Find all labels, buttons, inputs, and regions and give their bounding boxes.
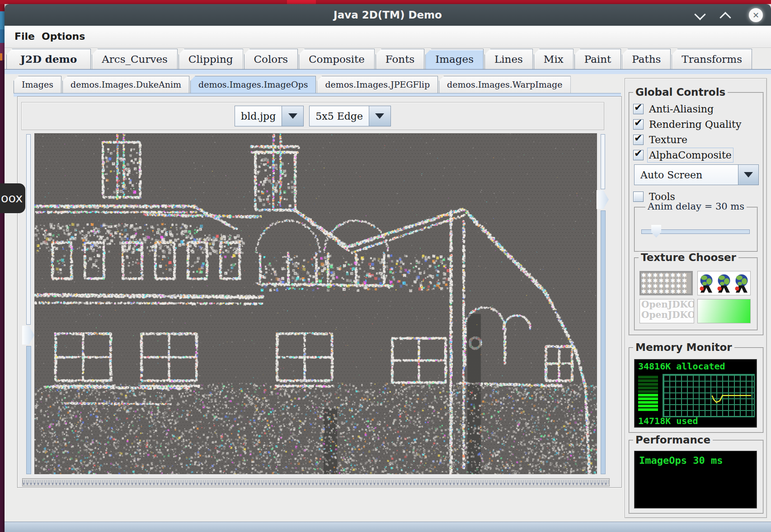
memory-graph [663, 374, 755, 417]
memory-used-label: 14718K used [638, 415, 698, 426]
checkbox-icon[interactable] [633, 191, 644, 202]
duke-globe-icon [717, 274, 731, 293]
main-tabbar: J2D demo Arcs_Curves Clipping Colors Com… [6, 49, 753, 69]
tab-images[interactable]: Images [425, 49, 484, 69]
checkbox-rendering-quality[interactable]: Rendering Quality [633, 117, 741, 131]
app-window: Java 2D(TM) Demo ✕ File Options J2D demo… [5, 4, 771, 532]
checkbox-icon[interactable] [633, 150, 644, 160]
combo-arrow-icon[interactable] [282, 106, 303, 126]
screen-select[interactable]: Auto Screen [634, 164, 759, 185]
image-select-value: bld.jpg [235, 106, 282, 126]
memory-monitor-display: 34816K allocated 14718K used [634, 359, 757, 428]
memory-monitor-group: Memory Monitor 34816K allocated 14718K u… [629, 347, 764, 433]
checkbox-alphacomposite[interactable]: AlphaComposite [633, 148, 732, 162]
close-icon[interactable]: ✕ [749, 8, 763, 22]
tab-composite[interactable]: Composite [299, 49, 375, 69]
green-gradient-texture[interactable] [697, 299, 751, 323]
titlebar[interactable]: Java 2D(TM) Demo ✕ [5, 4, 771, 26]
memory-monitor-title: Memory Monitor [633, 341, 734, 353]
menu-file[interactable]: File [10, 26, 39, 47]
memory-graph-line [663, 375, 752, 415]
image-select[interactable]: bld.jpg [235, 106, 304, 126]
tab-paint[interactable]: Paint [574, 49, 621, 69]
checkbox-icon[interactable] [633, 135, 644, 145]
checkbox-anti-aliasing[interactable]: Anti-Aliasing [633, 102, 714, 116]
screen: oox Java 2D(TM) Demo ✕ File Options J2D … [0, 0, 771, 532]
window-bottom-band [5, 522, 771, 532]
menu-options[interactable]: Options [37, 26, 89, 47]
edge-filtered-image [34, 133, 597, 474]
maximize-icon[interactable] [719, 12, 731, 23]
subtab-dukeanim[interactable]: demos.Images.DukeAnim [62, 76, 189, 93]
left-slider-thumb-icon[interactable] [22, 326, 34, 345]
tab-lines[interactable]: Lines [484, 49, 533, 69]
background-window-strip-left [0, 4, 5, 532]
checkbox-texture[interactable]: Texture [633, 133, 687, 146]
global-controls-title: Global Controls [633, 86, 728, 98]
tab-paths[interactable]: Paths [622, 49, 671, 69]
window-title: Java 2D(TM) Demo [334, 9, 442, 21]
tab-mix[interactable]: Mix [534, 49, 574, 69]
memory-allocated-label: 34816K allocated [638, 361, 725, 372]
tab-clipping[interactable]: Clipping [179, 49, 243, 69]
controls-panel: Global Controls Anti-Aliasing Rendering … [625, 78, 767, 518]
duke-globe-icon [699, 274, 714, 293]
performance-display: ImageOps 30 ms [634, 451, 757, 509]
minimize-icon[interactable] [694, 9, 705, 20]
combo-arrow-icon[interactable] [369, 106, 390, 126]
right-slider-thumb-icon[interactable] [597, 190, 609, 209]
performance-entry: ImageOps 30 ms [639, 455, 723, 466]
texture-chooser-title: Texture Chooser [639, 252, 738, 263]
filter-select-value: 5x5 Edge [310, 106, 369, 126]
performance-title: Performance [633, 434, 713, 446]
memory-gauge [638, 376, 658, 415]
subtab-warpimage[interactable]: demos.Images.WarpImage [439, 76, 570, 93]
combo-arrow-icon[interactable] [738, 165, 758, 185]
openjdk-text-texture[interactable]: OpenJDKOp OpenJDKOp [639, 299, 694, 323]
subtab-imageops[interactable]: demos.Images.ImageOps [190, 76, 316, 93]
demo-tabbar: Images demos.Images.DukeAnim demos.Image… [14, 76, 572, 93]
subtab-jpegflip[interactable]: demos.Images.JPEGFlip [317, 76, 438, 93]
demo-panel: bld.jpg 5x5 Edge [17, 96, 622, 488]
performance-group: Performance ImageOps 30 ms [629, 440, 764, 514]
texture-chooser-group: Texture Chooser ✱✱✱✱✱✱✱✱✱✱✱✱✱✱✱✱✱✱✱✱✱✱✱✱… [634, 257, 758, 331]
background-accent [0, 53, 2, 61]
tab-arcs-curves[interactable]: Arcs_Curves [92, 49, 178, 69]
tab-j2d-demo[interactable]: J2D demo [6, 49, 91, 69]
duke-globe-texture[interactable] [697, 271, 751, 295]
right-vertical-slider[interactable] [597, 134, 609, 474]
dock-tooltip: oox [0, 183, 25, 213]
tab-transforms[interactable]: Transforms [672, 49, 752, 69]
stars-texture[interactable]: ✱✱✱✱✱✱✱✱✱✱✱✱✱✱✱✱✱✱✱✱✱✱✱✱✱✱✱✱✱✱✱✱✱✱✱✱✱✱✱✱… [639, 271, 693, 295]
background-window-strip-top [0, 0, 771, 4]
bottom-gripper[interactable] [22, 478, 610, 486]
checkbox-icon[interactable] [633, 119, 644, 130]
checkbox-icon[interactable] [633, 104, 644, 114]
anim-delay-title: Anim delay = 30 ms [645, 201, 747, 212]
anim-delay-group: Anim delay = 30 ms [634, 207, 758, 252]
left-vertical-slider[interactable] [22, 134, 35, 474]
anim-slider-thumb-icon[interactable] [651, 225, 661, 238]
subtab-images[interactable]: Images [14, 76, 61, 93]
menubar: File Options [5, 26, 771, 48]
filter-select[interactable]: 5x5 Edge [309, 106, 391, 126]
tab-underline [5, 69, 771, 74]
duke-globe-icon [734, 274, 749, 293]
tab-colors[interactable]: Colors [244, 49, 298, 69]
tab-fonts[interactable]: Fonts [376, 49, 424, 69]
demo-toolbar: bld.jpg 5x5 Edge [21, 102, 604, 130]
global-controls-group: Global Controls Anti-Aliasing Rendering … [629, 92, 764, 336]
screen-select-value: Auto Screen [635, 165, 738, 185]
